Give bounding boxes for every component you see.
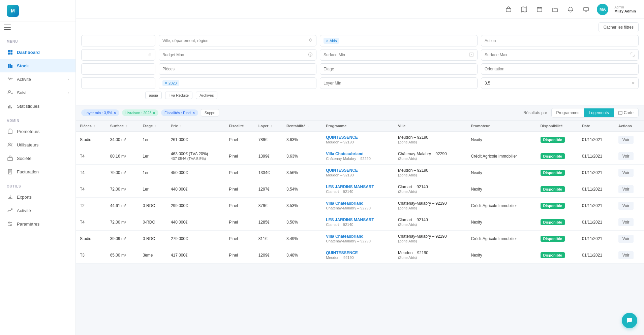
- chat-button[interactable]: [622, 313, 637, 328]
- voir-button[interactable]: Voir: [618, 136, 634, 144]
- col-rentabilite[interactable]: Rentabilité ↓: [282, 121, 322, 132]
- sidebar-item-statistiques[interactable]: Statistiques: [0, 99, 75, 113]
- voir-button[interactable]: Voir: [618, 169, 634, 177]
- col-loyer[interactable]: Loyer ↕: [254, 121, 282, 132]
- livraison-filter-close[interactable]: ×: [153, 111, 155, 115]
- map-icon[interactable]: [519, 5, 529, 14]
- programme-link[interactable]: QUINTESSENCE: [326, 250, 358, 255]
- col-pieces[interactable]: Pièces ↕: [76, 121, 106, 132]
- filter-budget-max[interactable]: €: [159, 49, 316, 61]
- pieces-input[interactable]: [162, 67, 313, 71]
- active-filter-loyer: Loyer min : 3,5% ×: [81, 109, 119, 116]
- sidebar-item-societe[interactable]: Société: [0, 152, 75, 165]
- programme-sub: Clamart – 92140: [326, 223, 353, 227]
- filter-field2[interactable]: ⊕: [81, 49, 155, 61]
- filter-loyer-min[interactable]: [320, 77, 478, 89]
- voir-button[interactable]: Voir: [618, 218, 634, 226]
- sidebar-item-facturation[interactable]: Facturation: [0, 165, 75, 178]
- filter-field4[interactable]: [81, 77, 155, 89]
- sidebar-item-dashboard[interactable]: Dashboard: [0, 45, 75, 59]
- sidebar-item-activite[interactable]: Activité ›: [0, 72, 75, 86]
- filter-field3[interactable]: [81, 63, 155, 75]
- voir-button[interactable]: Voir: [618, 235, 634, 243]
- sidebar-item-stock[interactable]: Stock: [0, 59, 75, 72]
- filter-ville[interactable]: [159, 35, 316, 46]
- programme-link[interactable]: QUINTESSENCE: [326, 168, 358, 173]
- programme-link[interactable]: Villa Chateaubriand: [326, 234, 364, 239]
- ville-input[interactable]: [162, 38, 306, 43]
- zone-tag: (Zone Abis): [398, 157, 417, 161]
- fiscalite-filter-close[interactable]: ×: [193, 111, 195, 115]
- budget-max-input[interactable]: [162, 53, 306, 57]
- action-input[interactable]: [485, 38, 635, 43]
- filter-pieces[interactable]: [159, 63, 316, 75]
- cell-promoteur: Crédit Agricole Immobilier: [467, 198, 536, 214]
- filter-surface-max[interactable]: [481, 49, 639, 61]
- tag-aggia[interactable]: aggia: [145, 92, 162, 99]
- programme-sub: Châtenay-Malabry – 92290: [326, 239, 371, 243]
- filter-action-abis[interactable]: × Abis: [320, 35, 478, 46]
- etage-input[interactable]: [324, 67, 474, 71]
- cell-disponibilite: Disponible: [536, 165, 578, 181]
- livraison-tag-close[interactable]: ×: [165, 81, 167, 86]
- field3-input[interactable]: [85, 67, 152, 71]
- col-etage[interactable]: Étage ↕: [139, 121, 166, 132]
- disponible-badge: Disponible: [541, 186, 565, 192]
- hide-filters-button[interactable]: Cacher les filtres: [599, 22, 639, 32]
- sidebar-item-activite-outils[interactable]: Activité: [0, 204, 75, 217]
- surface-min-icon: [469, 52, 474, 58]
- main-content: MA Admin Miizy Admin Cacher les filtres: [76, 0, 644, 335]
- surface-min-input[interactable]: [324, 53, 467, 57]
- tag-tva-reduite[interactable]: Tva Réduite: [165, 92, 192, 99]
- filter-type[interactable]: [81, 35, 155, 46]
- cell-pieces: T4: [76, 165, 106, 181]
- view-carte-button[interactable]: Carte: [614, 108, 638, 117]
- programme-link[interactable]: Villa Chateaubriand: [326, 201, 364, 206]
- programme-link[interactable]: LES JARDINS MANSART: [326, 185, 374, 189]
- filter-action[interactable]: [481, 35, 639, 46]
- type-input[interactable]: [85, 38, 152, 43]
- view-programmes-button[interactable]: Programmes: [552, 108, 584, 117]
- programme-link[interactable]: Villa Chateaubriand: [326, 152, 364, 156]
- cell-fiscalite: Pinel: [225, 132, 254, 148]
- view-logements-button[interactable]: Logements: [584, 108, 613, 117]
- voir-button[interactable]: Voir: [618, 185, 634, 193]
- clear-icon[interactable]: ✕: [632, 81, 635, 86]
- voir-button[interactable]: Voir: [618, 202, 634, 210]
- hamburger-menu[interactable]: [0, 22, 75, 34]
- tag-archives[interactable]: Archivés: [196, 92, 217, 99]
- field4-input[interactable]: [85, 81, 152, 86]
- field2-input[interactable]: [85, 53, 146, 57]
- filter-livraison[interactable]: × 2023: [159, 77, 316, 89]
- voir-button[interactable]: Voir: [618, 251, 634, 259]
- bell-icon[interactable]: [566, 5, 575, 14]
- filter-surface-min[interactable]: [320, 49, 478, 61]
- sidebar-item-parametres[interactable]: Paramètres: [0, 217, 75, 231]
- sidebar-item-utilisateurs[interactable]: Utilisateurs: [0, 138, 75, 152]
- abis-tag-close[interactable]: ×: [326, 38, 328, 43]
- orientation-input[interactable]: [485, 67, 635, 71]
- programme-link[interactable]: QUINTESSENCE: [326, 135, 358, 140]
- calendar-icon[interactable]: [535, 5, 544, 14]
- filter-loyer-max[interactable]: ✕: [481, 77, 639, 89]
- programme-link[interactable]: LES JARDINS MANSART: [326, 217, 374, 222]
- briefcase-icon[interactable]: [504, 5, 513, 14]
- utilisateurs-label: Utilisateurs: [17, 142, 38, 147]
- col-surface[interactable]: Surface ↕: [106, 121, 139, 132]
- filter-orientation[interactable]: [481, 63, 639, 75]
- sidebar-item-exports[interactable]: Exports: [0, 190, 75, 204]
- col-prix[interactable]: Prix ↕: [167, 121, 225, 132]
- loyer-min-input[interactable]: [324, 81, 474, 86]
- svg-rect-6: [10, 53, 12, 55]
- sidebar-item-promoteurs[interactable]: Promoteurs: [0, 125, 75, 138]
- monitor-icon[interactable]: [581, 5, 591, 14]
- sidebar-item-suivi[interactable]: Suivi ›: [0, 86, 75, 99]
- folder-icon[interactable]: [550, 5, 560, 14]
- loyer-max-input[interactable]: [485, 81, 630, 86]
- surface-max-input[interactable]: [485, 53, 628, 57]
- suppr-all-button[interactable]: Suppr.: [201, 109, 219, 116]
- voir-button[interactable]: Voir: [618, 152, 634, 160]
- filter-etage[interactable]: [320, 63, 478, 75]
- loyer-filter-close[interactable]: ×: [114, 111, 116, 115]
- svg-marker-38: [619, 111, 622, 114]
